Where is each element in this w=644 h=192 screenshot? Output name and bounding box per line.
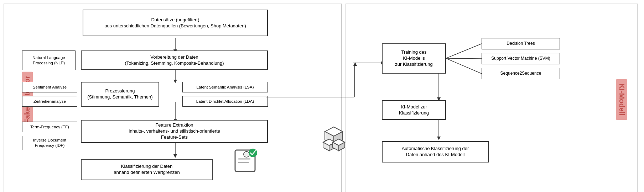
right-panel: KI-Modell Training desKI-Modellszur Klas… [346,4,638,192]
tf-box: Term-Frequency (TF) [22,122,77,132]
idf-box: Inverse DocumentFrequency (IDF) [22,136,77,150]
idf-text: Inverse DocumentFrequency (IDF) [33,138,66,148]
seq2seq-box: Sequence2Sequence [482,68,560,79]
lda-text: Latent Dirichlet Allocation (LDA) [196,99,254,104]
lsa-box: Latent Semantic Analysis (LSA) [182,82,268,92]
zeitreihen-box: Zeitreihenanalyse [22,96,77,107]
vorbereitung-text: Vorbereitung der Daten(Tokenizing, Stemm… [125,54,224,66]
svm-text: Support Vector Machine (SVM) [491,56,550,62]
nlp-text: Natural LanguageProcessing (NLP) [32,55,65,66]
decision-trees-text: Decision Trees [507,41,535,47]
svg-line-20 [446,44,482,58]
vorbereitung-box: Vorbereitung der Daten(Tokenizing, Stemm… [81,50,268,70]
datensaetze-text: Datensätze (ungefiltert)aus unterschiedl… [104,17,246,29]
automatische-text: Automatische Klassifizierung derDaten an… [402,146,469,158]
decision-trees-box: Decision Trees [482,38,560,49]
ki-modell-label: KI-Modell [616,79,627,120]
feature-text: Feature ExtraktionInhalts-, verhaltens- … [129,122,220,140]
svg-marker-7 [173,154,177,158]
nlp-box: Natural LanguageProcessing (NLP) [22,50,76,70]
svg-line-21 [446,58,482,59]
cert-icon [232,146,261,181]
lsa-text: Latent Semantic Analysis (LSA) [196,85,254,90]
lda-box: Latent Dirichlet Allocation (LDA) [182,96,268,107]
ki-model-box: KI-Model zurKlassifizierung [382,100,446,120]
svg-point-13 [249,149,257,157]
ki-model-text: KI-Model zurKlassifizierung [399,104,429,116]
prozessierung-box: Prozessierung(Stimmung, Semantik, Themen… [81,82,159,107]
klassifizierung-box: Klassifizierung der Datenanhand definier… [81,159,213,180]
main-container: Fake-Detektor Datensätze (ungefiltert)au… [0,0,644,192]
feature-box: Feature ExtraktionInhalts-, verhaltens- … [81,120,268,143]
tf-text: Term-Frequency (TF) [30,124,69,130]
cube-icon [318,125,350,155]
seq2seq-text: Sequence2Sequence [500,71,541,76]
prozessierung-text: Prozessierung(Stimmung, Semantik, Themen… [87,88,152,100]
klassifizierung-text: Klassifizierung der Datenanhand definier… [114,164,180,176]
left-panel: Fake-Detektor Datensätze (ungefiltert)au… [4,4,342,192]
svg-marker-17 [437,137,441,140]
sentiment-box: Sentiment Analyse [22,82,77,92]
svm-box: Support Vector Machine (SVM) [482,53,560,64]
svg-point-12 [244,152,249,156]
automatische-box: Automatische Klassifizierung derDaten an… [382,141,489,162]
right-arrows-svg [346,4,637,192]
svg-line-22 [446,58,482,74]
datensaetze-box: Datensätze (ungefiltert)aus unterschiedl… [83,10,268,36]
training-lines [346,4,637,192]
training-text: Training desKI-Modellszur Klassifizierun… [395,49,433,68]
training-box: Training desKI-Modellszur Klassifizierun… [382,43,446,74]
zeitreihen-text: Zeitreihenanalyse [33,99,66,104]
svg-marker-3 [173,80,177,83]
sentiment-text: Sentiment Analyse [33,85,67,90]
